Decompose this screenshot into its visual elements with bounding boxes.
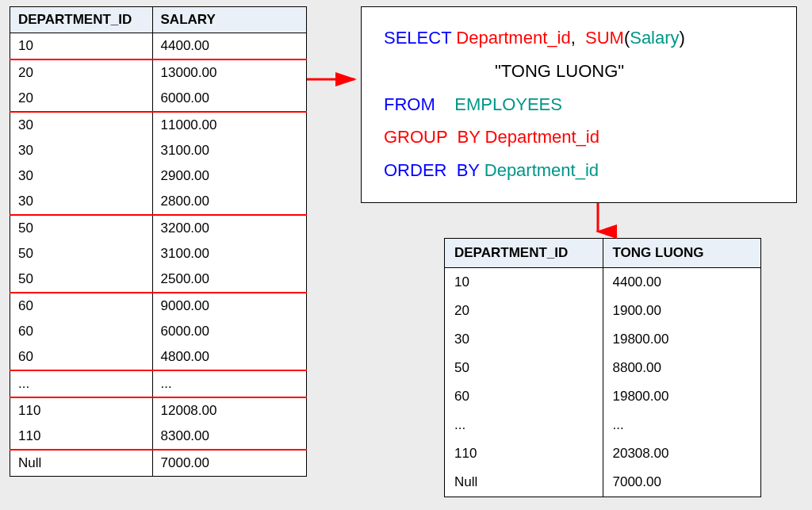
cell-dept: 20 bbox=[445, 297, 603, 325]
table-row: 508800.00 bbox=[445, 354, 761, 382]
cell-dept: 60 bbox=[10, 319, 153, 344]
cell-salary: 8300.00 bbox=[152, 424, 306, 450]
cell-salary: ... bbox=[152, 370, 306, 397]
sql-comma: , bbox=[571, 28, 576, 48]
table-row: ...... bbox=[445, 411, 761, 439]
cell-tong: 4400.00 bbox=[603, 268, 761, 297]
cell-dept: 20 bbox=[10, 86, 153, 112]
sql-deptid: Department_id bbox=[456, 28, 570, 48]
cell-salary: 3200.00 bbox=[152, 215, 306, 241]
cell-dept: 30 bbox=[10, 138, 153, 163]
sql-group: GROUP bbox=[384, 127, 447, 147]
cell-tong: 19800.00 bbox=[603, 325, 761, 354]
result-col-header-tong: TONG LUONG bbox=[603, 239, 761, 268]
table-row: 609000.00 bbox=[10, 293, 307, 319]
cell-dept: 60 bbox=[10, 344, 153, 370]
cell-salary: 2500.00 bbox=[152, 267, 306, 293]
table-row: 503100.00 bbox=[10, 241, 307, 267]
table-row: Null7000.00 bbox=[445, 468, 761, 497]
sql-from: FROM bbox=[384, 94, 435, 114]
cell-dept: Null bbox=[10, 450, 153, 477]
sql-employees: EMPLOYEES bbox=[454, 94, 562, 114]
sql-salary: Salary bbox=[630, 28, 679, 48]
input-col-header-dept: DEPARTMENT_ID bbox=[10, 7, 153, 33]
cell-dept: 30 bbox=[10, 163, 153, 189]
table-row: 3011000.00 bbox=[10, 112, 307, 138]
cell-tong: 7000.00 bbox=[603, 468, 761, 497]
input-col-header-salary: SALARY bbox=[152, 7, 306, 33]
cell-dept: 30 bbox=[10, 189, 153, 215]
table-row: 2013000.00 bbox=[10, 59, 307, 86]
table-row: 502500.00 bbox=[10, 267, 307, 293]
sql-query-box: SELECT Department_id, SUM(Salary) "TONG … bbox=[361, 6, 797, 203]
cell-salary: 2900.00 bbox=[152, 163, 306, 189]
arrow-sql-to-result bbox=[590, 203, 606, 239]
cell-salary: 13000.00 bbox=[152, 59, 306, 86]
sql-select: SELECT bbox=[384, 28, 451, 48]
cell-tong: ... bbox=[603, 411, 761, 439]
cell-tong: 8800.00 bbox=[603, 354, 761, 382]
cell-dept: 30 bbox=[445, 325, 603, 354]
table-row: 3019800.00 bbox=[445, 325, 761, 354]
cell-salary: 4400.00 bbox=[152, 33, 306, 60]
table-row: ...... bbox=[10, 370, 307, 397]
table-row: 104400.00 bbox=[445, 268, 761, 297]
cell-dept: 10 bbox=[445, 268, 603, 297]
table-row: 1108300.00 bbox=[10, 424, 307, 450]
cell-salary: 11000.00 bbox=[152, 112, 306, 138]
cell-dept: 60 bbox=[10, 293, 153, 319]
result-table-header-row: DEPARTMENT_ID TONG LUONG bbox=[445, 239, 761, 268]
cell-salary: 3100.00 bbox=[152, 241, 306, 267]
sql-line-1: SELECT Department_id, SUM(Salary) bbox=[384, 21, 774, 55]
cell-tong: 20308.00 bbox=[603, 439, 761, 468]
table-row: 6019800.00 bbox=[445, 382, 761, 411]
sql-by2: BY bbox=[457, 160, 480, 180]
cell-dept: 50 bbox=[10, 267, 153, 293]
cell-dept: 50 bbox=[10, 215, 153, 241]
cell-dept: 50 bbox=[10, 241, 153, 267]
table-row: Null7000.00 bbox=[10, 450, 307, 477]
table-row: 606000.00 bbox=[10, 319, 307, 344]
table-row: 604800.00 bbox=[10, 344, 307, 370]
sql-deptid3: Department_id bbox=[485, 160, 599, 180]
cell-dept: ... bbox=[10, 370, 153, 397]
cell-dept: 30 bbox=[10, 112, 153, 138]
cell-salary: 4800.00 bbox=[152, 344, 306, 370]
cell-tong: 1900.00 bbox=[603, 297, 761, 325]
input-table: DEPARTMENT_ID SALARY 104400.002013000.00… bbox=[10, 6, 307, 477]
table-row: 11012008.00 bbox=[10, 397, 307, 424]
sql-line-2: "TONG LUONG" bbox=[384, 55, 774, 88]
cell-salary: 9000.00 bbox=[152, 293, 306, 319]
input-table-header-row: DEPARTMENT_ID SALARY bbox=[10, 7, 307, 33]
sql-sum: SUM bbox=[585, 28, 624, 48]
table-row: 303100.00 bbox=[10, 138, 307, 163]
sql-by1: BY bbox=[458, 127, 481, 147]
cell-dept: 60 bbox=[445, 382, 603, 411]
sql-order: ORDER bbox=[384, 160, 446, 180]
sql-line-4: GROUP BY Department_id bbox=[384, 121, 774, 154]
cell-dept: 20 bbox=[10, 59, 153, 86]
cell-dept: 50 bbox=[445, 354, 603, 382]
sql-deptid2: Department_id bbox=[485, 127, 599, 147]
cell-dept: 10 bbox=[10, 33, 153, 60]
cell-dept: 110 bbox=[10, 397, 153, 424]
cell-tong: 19800.00 bbox=[603, 382, 761, 411]
table-row: 302800.00 bbox=[10, 189, 307, 215]
sql-rparen: ) bbox=[680, 28, 685, 48]
arrow-input-to-sql bbox=[307, 71, 362, 87]
cell-salary: 3100.00 bbox=[152, 138, 306, 163]
table-row: 503200.00 bbox=[10, 215, 307, 241]
cell-dept: 110 bbox=[445, 439, 603, 468]
cell-salary: 6000.00 bbox=[152, 319, 306, 344]
sql-line-3: FROM EMPLOYEES bbox=[384, 88, 774, 121]
sql-line-5: ORDER BY Department_id bbox=[384, 154, 774, 187]
result-col-header-dept: DEPARTMENT_ID bbox=[445, 239, 603, 268]
cell-salary: 7000.00 bbox=[152, 450, 306, 477]
cell-dept: Null bbox=[445, 468, 603, 497]
table-row: 302900.00 bbox=[10, 163, 307, 189]
cell-dept: 110 bbox=[10, 424, 153, 450]
table-row: 201900.00 bbox=[445, 297, 761, 325]
sql-alias: "TONG LUONG" bbox=[495, 61, 624, 81]
cell-salary: 2800.00 bbox=[152, 189, 306, 215]
cell-dept: ... bbox=[445, 411, 603, 439]
